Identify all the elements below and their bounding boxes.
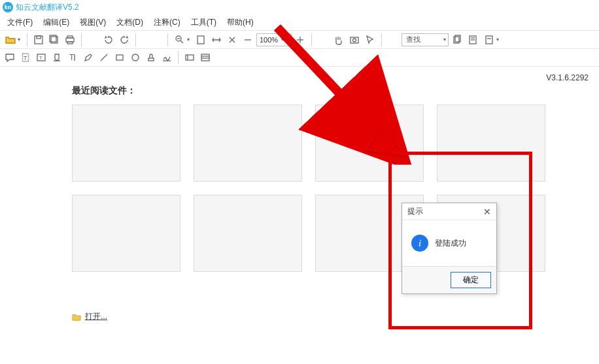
svg-rect-1 bbox=[37, 36, 41, 39]
text-box-button[interactable]: T bbox=[34, 50, 48, 65]
menu-tools[interactable]: 工具(T) bbox=[186, 16, 221, 29]
ok-button[interactable]: 确定 bbox=[451, 272, 491, 288]
app-title: 知云文献翻译V5.2 bbox=[16, 2, 79, 13]
recent-file-card[interactable] bbox=[437, 105, 545, 182]
open-file-link[interactable]: 打开... bbox=[72, 311, 573, 322]
zoom-plus-button[interactable] bbox=[293, 33, 307, 47]
highlight-button[interactable] bbox=[50, 50, 64, 65]
svg-rect-21 bbox=[486, 36, 492, 44]
folder-icon bbox=[72, 313, 81, 321]
svg-line-8 bbox=[180, 41, 183, 43]
menu-bar: 文件(F) 编辑(E) 视图(V) 文档(D) 注释(C) 工具(T) 帮助(H… bbox=[0, 14, 599, 30]
separator bbox=[27, 33, 27, 46]
svg-rect-0 bbox=[35, 36, 43, 44]
chevron-down-icon: ▾ bbox=[281, 37, 284, 42]
circle-button[interactable] bbox=[128, 50, 143, 65]
zoom-combo[interactable]: 100% ▾ bbox=[256, 33, 292, 46]
toolbar-main: ▾ ▾ 100% ▾ 查找 ▾ ▾ bbox=[0, 30, 599, 48]
search-placeholder: 查找 bbox=[406, 35, 420, 44]
open-file-label: 打开... bbox=[85, 311, 107, 322]
signature-button[interactable] bbox=[160, 50, 174, 65]
fit-width-button[interactable] bbox=[209, 33, 224, 47]
settings-button[interactable]: ▾ bbox=[481, 33, 502, 47]
line-button[interactable] bbox=[97, 50, 111, 65]
form-field-button[interactable] bbox=[182, 50, 197, 65]
hand-tool-button[interactable] bbox=[332, 33, 346, 47]
svg-rect-36 bbox=[201, 54, 209, 61]
chevron-down-icon: ▾ bbox=[443, 37, 446, 42]
actual-size-button[interactable] bbox=[225, 33, 239, 47]
recent-file-card[interactable] bbox=[72, 105, 180, 182]
svg-rect-6 bbox=[67, 42, 73, 44]
svg-rect-10 bbox=[197, 36, 204, 44]
fit-page-button[interactable] bbox=[194, 33, 208, 47]
toolbar-annotate: T T T bbox=[0, 48, 599, 67]
rect-button[interactable] bbox=[112, 50, 127, 65]
app-icon: kn bbox=[3, 2, 13, 12]
menu-doc[interactable]: 文档(D) bbox=[112, 16, 148, 29]
chevron-down-icon: ▾ bbox=[18, 37, 20, 42]
menu-file[interactable]: 文件(F) bbox=[3, 16, 37, 29]
recent-file-card[interactable] bbox=[194, 195, 302, 272]
separator bbox=[167, 33, 168, 46]
main-canvas: 最近阅读文件： 打开... bbox=[0, 68, 599, 364]
separator bbox=[81, 33, 82, 46]
info-icon: i bbox=[411, 235, 428, 252]
svg-text:T: T bbox=[39, 55, 43, 61]
recent-file-card[interactable] bbox=[72, 195, 180, 272]
zoom-out-button[interactable]: ▾ bbox=[172, 33, 192, 47]
svg-rect-34 bbox=[186, 55, 194, 60]
svg-rect-4 bbox=[66, 38, 74, 42]
save-button[interactable] bbox=[31, 33, 46, 47]
page-button[interactable] bbox=[466, 33, 480, 47]
cursor-tool-button[interactable] bbox=[363, 33, 377, 47]
snapshot-button[interactable] bbox=[347, 33, 362, 47]
svg-text:T: T bbox=[69, 53, 75, 62]
zoom-minus-button[interactable] bbox=[241, 33, 255, 47]
menu-view[interactable]: 视图(V) bbox=[75, 16, 111, 29]
svg-line-29 bbox=[101, 54, 107, 61]
rotate-right-button[interactable] bbox=[117, 33, 131, 47]
pencil-button[interactable] bbox=[81, 50, 95, 65]
svg-text:T: T bbox=[24, 55, 27, 61]
separator bbox=[178, 51, 179, 64]
zoom-value: 100% bbox=[260, 36, 278, 44]
recent-file-card[interactable] bbox=[315, 105, 424, 182]
login-success-dialog: 提示 ✕ i 登陆成功 确定 bbox=[402, 203, 497, 294]
dialog-body: i 登陆成功 bbox=[402, 220, 496, 266]
svg-point-15 bbox=[353, 39, 356, 42]
recent-files-heading: 最近阅读文件： bbox=[72, 85, 573, 97]
separator bbox=[135, 33, 136, 46]
svg-rect-5 bbox=[67, 36, 73, 38]
menu-comment[interactable]: 注释(C) bbox=[149, 16, 185, 29]
svg-rect-32 bbox=[148, 58, 154, 61]
search-combo[interactable]: 查找 ▾ bbox=[402, 33, 449, 46]
dialog-message: 登陆成功 bbox=[435, 238, 466, 249]
dialog-title-text: 提示 bbox=[407, 206, 423, 217]
svg-point-31 bbox=[132, 54, 139, 61]
form-list-button[interactable] bbox=[198, 50, 213, 65]
copy-button[interactable] bbox=[450, 33, 464, 47]
separator bbox=[311, 33, 312, 46]
note-tool-button[interactable] bbox=[3, 50, 17, 65]
svg-rect-14 bbox=[351, 37, 358, 43]
text-select-button[interactable]: T bbox=[18, 50, 33, 65]
save-all-button[interactable] bbox=[47, 33, 61, 47]
recent-file-card[interactable] bbox=[194, 105, 302, 182]
stamp-button[interactable] bbox=[144, 50, 158, 65]
typewriter-button[interactable]: T bbox=[65, 50, 80, 65]
separator bbox=[381, 33, 382, 46]
svg-rect-30 bbox=[116, 55, 123, 60]
rotate-left-button[interactable] bbox=[101, 33, 116, 47]
print-button[interactable] bbox=[63, 33, 77, 47]
open-button[interactable]: ▾ bbox=[3, 33, 23, 47]
menu-edit[interactable]: 编辑(E) bbox=[39, 16, 74, 29]
title-bar: kn 知云文献翻译V5.2 bbox=[0, 0, 599, 14]
dialog-footer: 确定 bbox=[402, 266, 496, 293]
menu-help[interactable]: 帮助(H) bbox=[222, 16, 258, 29]
dialog-titlebar: 提示 ✕ bbox=[402, 203, 496, 220]
recent-files-grid bbox=[72, 105, 573, 272]
close-icon[interactable]: ✕ bbox=[483, 207, 491, 217]
